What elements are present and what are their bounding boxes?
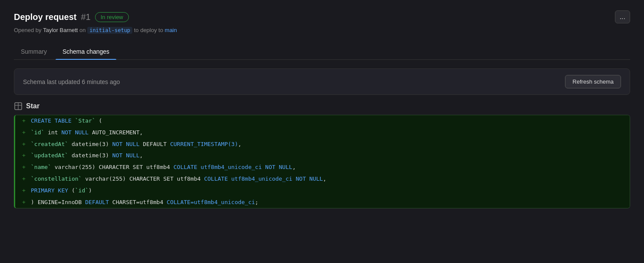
code-token: utf8mb4_unicode_ci xyxy=(197,164,266,170)
code-token: ) xyxy=(89,187,92,194)
code-token: ) ENGINE=InnoDB xyxy=(31,199,85,205)
pr-number: #1 xyxy=(81,12,90,22)
table-name: Star xyxy=(26,102,39,110)
code-token: , xyxy=(238,141,241,147)
code-token: NOT NULL xyxy=(61,129,89,136)
user-link[interactable]: Taylor Barnett xyxy=(43,27,78,33)
code-token: COLLATE xyxy=(174,164,197,170)
table-section: Star +CREATE TABLE `Star` (+`id` int NOT… xyxy=(14,102,630,208)
code-token: NOT NULL xyxy=(112,152,140,159)
line-content: PRIMARY KEY (`id`) xyxy=(31,186,623,195)
target-branch-link[interactable]: main xyxy=(165,27,177,33)
page-container: Deploy request #1 In review ... Opened b… xyxy=(0,0,644,219)
code-token: CREATE TABLE xyxy=(31,117,75,124)
code-token: NOT NULL xyxy=(296,175,323,182)
line-prefix: + xyxy=(22,175,26,184)
subtitle-prefix: Opened by xyxy=(14,27,42,33)
line-prefix: + xyxy=(22,163,26,172)
code-token: NOT NULL xyxy=(265,164,292,170)
tab-schema-changes[interactable]: Schema changes xyxy=(56,44,116,59)
code-token: `updatedAt` xyxy=(31,152,68,159)
tab-summary[interactable]: Summary xyxy=(14,44,54,59)
code-token: `id` xyxy=(75,187,89,194)
code-token: `constellation` xyxy=(31,175,82,182)
title-area: Deploy request #1 In review xyxy=(14,12,129,22)
status-badge: In review xyxy=(95,12,129,22)
code-token: `createdAt` xyxy=(31,141,68,147)
code-line: +) ENGINE=InnoDB DEFAULT CHARSET=utf8mb4… xyxy=(15,197,630,208)
code-token: CURRENT_TIMESTAMP(3) xyxy=(170,141,238,147)
line-prefix: + xyxy=(22,128,26,137)
code-line: +`constellation` varchar(255) CHARACTER … xyxy=(15,173,630,185)
schema-last-updated-text: Schema last updated 6 minutes ago xyxy=(23,78,120,85)
line-content: `name` varchar(255) CHARACTER SET utf8mb… xyxy=(31,163,623,172)
code-token: , xyxy=(323,175,326,182)
more-options-button[interactable]: ... xyxy=(615,10,630,23)
line-content: `id` int NOT NULL AUTO_INCREMENT, xyxy=(31,128,623,137)
branch-link[interactable]: initial-setup xyxy=(87,27,132,34)
line-content: `createdAt` datetime(3) NOT NULL DEFAULT… xyxy=(31,140,623,149)
code-token: DEFAULT xyxy=(85,199,109,205)
code-token: CHARSET=utf8mb4 xyxy=(109,199,167,205)
line-content: `constellation` varchar(255) CHARACTER S… xyxy=(31,175,623,184)
code-token: ( xyxy=(95,117,102,124)
line-prefix: + xyxy=(22,186,26,195)
tabs-row: Summary Schema changes xyxy=(14,44,630,60)
code-token: , xyxy=(292,164,296,170)
code-token: `id` xyxy=(31,129,44,136)
code-token: datetime(3) xyxy=(68,141,112,147)
code-token: varchar(255) CHARACTER SET utf8mb4 xyxy=(82,175,204,182)
line-prefix: + xyxy=(22,198,26,207)
line-prefix: + xyxy=(22,140,26,149)
code-token: DEFAULT xyxy=(139,141,170,147)
code-token: utf8mb4_unicode_ci xyxy=(228,175,296,182)
subtitle-row: Opened by Taylor Barnett on initial-setu… xyxy=(14,27,630,33)
refresh-schema-button[interactable]: Refresh schema xyxy=(565,75,621,88)
code-token: datetime(3) xyxy=(68,152,112,159)
line-content: ) ENGINE=InnoDB DEFAULT CHARSET=utf8mb4 … xyxy=(31,198,623,207)
code-token: `name` xyxy=(31,164,51,170)
code-block: +CREATE TABLE `Star` (+`id` int NOT NULL… xyxy=(14,115,630,208)
code-token: COLLATE xyxy=(204,175,228,182)
code-token: varchar(255) CHARACTER SET utf8mb4 xyxy=(51,164,174,170)
line-prefix: + xyxy=(22,117,26,126)
code-line: +`name` varchar(255) CHARACTER SET utf8m… xyxy=(15,162,630,173)
code-token: NOT NULL xyxy=(112,141,140,147)
code-token: PRIMARY KEY xyxy=(31,187,68,194)
subtitle-to-deploy: to deploy to xyxy=(134,27,163,33)
code-token: ; xyxy=(255,199,259,205)
table-icon xyxy=(14,102,23,110)
line-content: `updatedAt` datetime(3) NOT NULL, xyxy=(31,151,623,160)
line-prefix: + xyxy=(22,151,26,160)
code-token: int xyxy=(44,129,61,136)
subtitle-on: on xyxy=(79,27,85,33)
code-token: `Star` xyxy=(75,117,95,124)
header-row: Deploy request #1 In review ... xyxy=(14,10,630,23)
code-line: +`createdAt` datetime(3) NOT NULL DEFAUL… xyxy=(15,139,630,150)
code-token: ( xyxy=(68,187,75,194)
schema-info-bar: Schema last updated 6 minutes ago Refres… xyxy=(14,68,630,95)
code-line: +`id` int NOT NULL AUTO_INCREMENT, xyxy=(15,127,630,139)
code-token: COLLATE=utf8mb4_unicode_ci xyxy=(167,199,255,205)
code-token: , xyxy=(139,152,143,159)
table-header: Star xyxy=(14,102,630,110)
code-line: +PRIMARY KEY (`id`) xyxy=(15,185,630,197)
code-line: +CREATE TABLE `Star` ( xyxy=(15,115,630,127)
code-line: +`updatedAt` datetime(3) NOT NULL, xyxy=(15,150,630,162)
line-content: CREATE TABLE `Star` ( xyxy=(31,117,623,126)
page-title: Deploy request xyxy=(14,12,76,22)
code-token: AUTO_INCREMENT, xyxy=(89,129,143,136)
